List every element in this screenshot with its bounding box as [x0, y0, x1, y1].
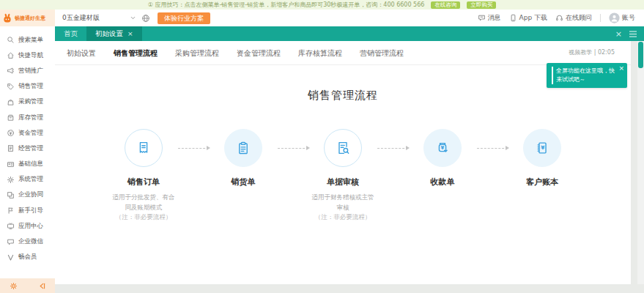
user-account[interactable]: 账号 [609, 12, 635, 23]
flow-step-sales-order[interactable]: 销售订单 适用于分批发货、有合同及账期模式 （注：非必要流程） [109, 129, 178, 222]
sidebar-item-label: 系统管理 [18, 175, 43, 184]
flow-step-receipt-voucher[interactable]: ¥ 收款单 [408, 129, 477, 193]
sidebar-item-label: 应用中心 [18, 222, 43, 231]
svg-text:¥: ¥ [441, 145, 445, 151]
sidebar-item-purchase-mgmt[interactable]: 采购管理 [0, 94, 55, 110]
sidebar-item-vip-member[interactable]: 畅会员 [0, 250, 55, 265]
sidebar-item-inventory-mgmt[interactable]: 库存管理 [0, 110, 55, 125]
flow-step-label: 客户账本 [508, 177, 577, 188]
sidebar-item-app-center[interactable]: 应用中心 [0, 218, 55, 234]
avatar-icon [609, 12, 620, 23]
sidebar-item-label: 采购管理 [18, 97, 43, 106]
sidebar-item-label: 营销推广 [18, 67, 43, 75]
idcard-icon [7, 160, 15, 168]
receipt-icon [136, 140, 152, 156]
sidebar-item-wecom[interactable]: 企业微信 [0, 234, 55, 249]
flow-step-note: （注：非必要流程） [308, 213, 377, 222]
tabbar-actions: × [615, 26, 644, 41]
globe-icon[interactable] [141, 14, 150, 23]
tab-initial-settings[interactable]: 初始设置 × [86, 26, 142, 41]
subtab-funds-flow[interactable]: 资金管理流程 [237, 48, 281, 59]
sidebar-footer [0, 278, 55, 293]
bag-icon [7, 98, 15, 106]
sidebar-item-basic-info[interactable]: 基础信息 [0, 157, 55, 172]
video-tutorial-link[interactable]: 视频教学 | 02:05 [569, 48, 615, 56]
sidebar-item-sales-mgmt[interactable]: 销售管理 [0, 79, 55, 94]
home-icon [7, 51, 15, 59]
messages-label: 消息 [488, 13, 501, 23]
tab-close-icon[interactable]: × [127, 30, 133, 37]
collab-icon [7, 191, 15, 199]
flow-step-doc-review[interactable]: 单据审核 适用于财务稽核或主管审核 （注：非必要流程） [308, 129, 377, 222]
money-pouch-icon: ¥ [434, 140, 451, 156]
tab-home[interactable]: 首页 [55, 26, 86, 41]
settings-subtabs: 初始设置 销售管理流程 采购管理流程 资金管理流程 库存核算流程 营销管理流程 [55, 41, 631, 65]
message-bubble-icon [478, 14, 486, 22]
tab-menu-icon[interactable] [629, 31, 637, 37]
sidebar-item-marketing[interactable]: 营销推广 [0, 63, 55, 78]
flow-arrow [278, 148, 308, 149]
clipboard-icon [235, 140, 251, 156]
divider [600, 14, 601, 22]
flow-circle [324, 129, 362, 167]
subtab-purchase-flow[interactable]: 采购管理流程 [175, 48, 219, 59]
notice-bar: ① 应用技巧：点击左侧菜单-销售管理-销货单，新增客户和商品即可30秒极速开单，… [0, 0, 644, 10]
sidebar-item-label: 快捷导航 [18, 51, 43, 60]
scrollbar-thumb[interactable] [638, 42, 643, 68]
online-advisor-link[interactable]: 在线顾问 [555, 13, 592, 23]
ledger-icon: ¥ [534, 140, 550, 156]
subtab-inventory-flow[interactable]: 库存核算流程 [298, 48, 342, 59]
sidebar-item-label: 畅会员 [18, 253, 37, 262]
flag-icon [7, 207, 15, 215]
appcenter-icon [7, 222, 15, 230]
online-consult-button[interactable]: 在线咨询 [431, 1, 460, 9]
settings-gear-icon[interactable] [10, 282, 18, 290]
doc-search-icon [335, 140, 351, 156]
sidebar-item-system-mgmt[interactable]: 系统管理 [0, 172, 55, 188]
vip-icon [7, 253, 15, 262]
close-all-tabs-icon[interactable]: × [615, 30, 622, 38]
subtab-marketing-flow[interactable]: 营销管理流程 [360, 48, 404, 59]
flow-step-customer-ledger[interactable]: ¥ 客户账本 [508, 129, 577, 193]
flow-step-label: 销货单 [209, 177, 278, 188]
app-download-link[interactable]: App 下载 [509, 13, 547, 23]
headset-icon [555, 14, 563, 22]
logo-block[interactable]: 畅捷通好生意 [0, 10, 55, 26]
tab-home-label: 首页 [64, 29, 78, 39]
buy-now-button[interactable]: 立即购买 [467, 1, 496, 9]
sidebar-item-quick-nav[interactable]: 快捷导航 [0, 48, 55, 63]
toast-close-icon[interactable]: × [618, 65, 624, 72]
sidebar-item-funds-mgmt[interactable]: 资金管理 [0, 125, 55, 141]
flow-arrow [178, 148, 209, 149]
vertical-scrollbar[interactable] [637, 41, 644, 284]
toast-text: 全屏功能在这里哦，快来试试吧～ [552, 67, 618, 84]
sidebar-item-label: 搜索菜单 [18, 36, 43, 45]
sidebar-item-search-menu[interactable]: 搜索菜单 [0, 32, 55, 48]
flow-step-desc: 适用于财务稽核或主管审核 [308, 193, 377, 212]
flow-step-sales-invoice[interactable]: 销货单 [209, 129, 278, 193]
sidebar-item-label: 库存管理 [18, 114, 43, 122]
online-advisor-label: 在线顾问 [566, 13, 592, 23]
collapse-sidebar-icon[interactable] [37, 283, 45, 289]
flow-step-label: 单据审核 [308, 177, 377, 188]
industry-trial-button[interactable]: 体验行业方案 [158, 12, 210, 24]
account-set-select[interactable]: 0五金建材版 [62, 13, 136, 23]
flow-circle [224, 129, 262, 167]
subtab-sales-flow[interactable]: 销售管理流程 [114, 48, 158, 59]
flow-circle [125, 129, 163, 167]
main-content: 初始设置 销售管理流程 采购管理流程 资金管理流程 库存核算流程 营销管理流程 … [55, 41, 631, 284]
sidebar-item-enterprise-collab[interactable]: 企业协同 [0, 188, 55, 203]
phone-icon [509, 14, 517, 22]
flow-step-desc: 适用于分批发货、有合同及账期模式 [109, 193, 178, 212]
svg-text:¥: ¥ [541, 144, 545, 151]
sidebar-item-beginner-guide[interactable]: 新手引导 [0, 203, 55, 218]
notice-text: ① 应用技巧：点击左侧菜单-销售管理-销货单，新增客户和商品即可30秒极速开单，… [148, 1, 425, 9]
messages-link[interactable]: 消息 [478, 13, 501, 23]
sidebar-item-operation-mgmt[interactable]: 经营管理 [0, 141, 55, 156]
subtab-initial-settings[interactable]: 初始设置 [67, 48, 96, 59]
sidebar-item-label: 企业协同 [18, 190, 43, 199]
flow-circle: ¥ [423, 129, 462, 167]
tab-initial-settings-label: 初始设置 [95, 29, 123, 39]
tag-icon [7, 83, 15, 91]
window-tab-bar: 首页 初始设置 × × [55, 26, 644, 41]
